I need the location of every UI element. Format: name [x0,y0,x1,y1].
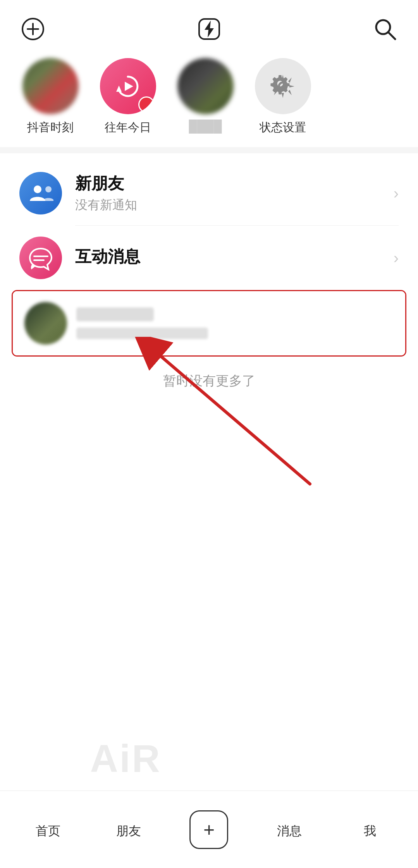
new-friends-title: 新朋友 [75,173,386,194]
section-divider-1 [0,147,418,153]
story-item-blurred[interactable]: ████ [167,58,244,133]
air-watermark: AiR [82,726,169,791]
interactive-messages-chevron: › [394,249,399,267]
svg-marker-7 [116,86,122,92]
search-button[interactable] [372,15,399,43]
new-friends-item[interactable]: 新朋友 没有新通知 › [0,161,418,225]
nav-friends-label: 朋友 [116,823,141,840]
story-avatar-douyin [22,58,79,114]
chat-item[interactable] [13,291,405,355]
nav-messages-label: 消息 [277,823,302,840]
story-label-blurred: ████ [189,120,222,133]
nav-add-icon: + [203,820,215,839]
bottom-navigation: 首页 朋友 + 消息 我 [0,791,418,868]
nav-home[interactable]: 首页 [8,820,88,840]
interactive-messages-item[interactable]: 互动消息 › [0,226,418,290]
new-friends-icon [19,172,62,214]
no-more-text: 暂时没有更多了 [0,357,418,401]
story-avatar-settings [255,58,311,114]
chat-name-blurred [76,307,154,321]
highlighted-chat-wrapper [12,290,406,357]
story-label-douyin: 抖音时刻 [27,120,74,136]
story-label-settings: 状态设置 [260,120,306,136]
svg-point-12 [45,186,52,192]
story-row: 抖音时刻 往年今日 ████ [0,50,418,139]
chat-preview-blurred [76,328,208,339]
interactive-messages-text: 互动消息 [75,246,386,270]
nav-add-button[interactable]: + [189,810,228,849]
chat-avatar [24,302,67,345]
nav-friends[interactable]: 朋友 [88,820,169,840]
svg-marker-4 [205,21,214,38]
story-avatar-anniversary [100,58,156,114]
header [0,0,418,50]
new-friends-chevron: › [394,185,399,202]
chat-text [76,307,394,339]
new-friends-text: 新朋友 没有新通知 [75,173,386,214]
new-friends-subtitle: 没有新通知 [75,197,386,214]
air-text: AiR [90,736,161,781]
nav-me-label: 我 [364,823,376,840]
story-label-anniversary: 往年今日 [105,120,151,136]
nav-add[interactable]: + [169,810,249,849]
story-item-anniversary[interactable]: 往年今日 [89,58,167,136]
story-avatar-blurred [177,58,234,114]
nav-home-label: 首页 [36,823,60,840]
gear-svg [269,73,296,100]
svg-marker-8 [125,82,133,91]
svg-line-6 [388,32,395,39]
story-item-settings[interactable]: 状态设置 [244,58,322,136]
interactive-messages-title: 互动消息 [75,246,386,268]
lightning-button[interactable] [196,15,223,43]
story-item-douyin[interactable]: 抖音时刻 [12,58,89,136]
interactive-messages-icon [19,237,62,279]
svg-point-11 [34,185,41,193]
notification-dot [143,101,154,112]
add-button[interactable] [19,15,46,43]
nav-me[interactable]: 我 [330,820,410,840]
nav-messages[interactable]: 消息 [249,820,330,840]
